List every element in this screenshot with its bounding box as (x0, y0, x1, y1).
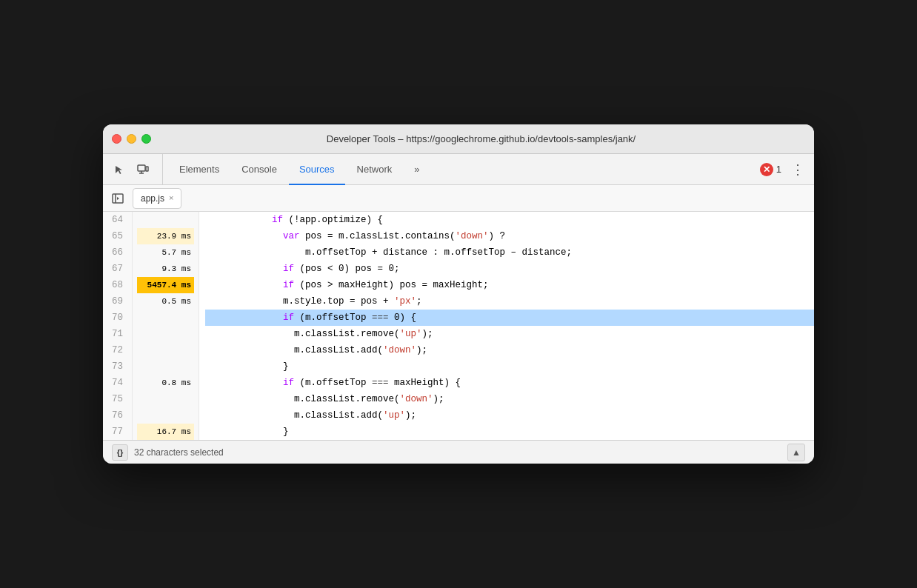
tab-network[interactable]: Network (347, 155, 403, 185)
code-area: 64 65 66 67 68 69 70 71 72 73 74 75 76 7… (103, 212, 814, 440)
maximize-button[interactable] (141, 134, 151, 144)
code-line-65: var pos = m.classList.contains('down') ? (205, 228, 814, 244)
tab-more[interactable]: » (404, 155, 430, 185)
error-icon: ✕ (760, 163, 773, 176)
cursor-icon[interactable] (109, 159, 130, 180)
code-lines[interactable]: if (!app.optimize) { var pos = m.classLi… (199, 212, 814, 440)
timing-column: 23.9 ms 5.7 ms 9.3 ms 5457.4 ms 0.5 ms 0… (133, 212, 199, 440)
code-line-67: if (pos < 0) pos = 0; (205, 261, 814, 277)
more-options-button[interactable]: ⋮ (787, 159, 808, 180)
titlebar: Developer Tools – https://googlechrome.g… (103, 124, 814, 154)
toolbar: Elements Console Sources Network » ✕ 1 ⋮ (103, 154, 814, 185)
format-button[interactable]: {} (112, 444, 128, 461)
error-badge[interactable]: ✕ 1 (760, 163, 781, 176)
file-tabs: app.js × (103, 185, 814, 212)
line-numbers: 64 65 66 67 68 69 70 71 72 73 74 75 76 7… (103, 212, 133, 440)
code-line-77: } (205, 424, 814, 440)
file-tab-appjs[interactable]: app.js × (133, 188, 181, 209)
code-line-66: m.offsetTop + distance : m.offsetTop – d… (205, 244, 814, 261)
code-line-68: if (pos > maxHeight) pos = maxHeight; (205, 277, 814, 293)
device-icon[interactable] (133, 159, 153, 180)
tab-sources[interactable]: Sources (289, 155, 345, 185)
code-line-74: if (m.offsetTop === maxHeight) { (205, 375, 814, 391)
traffic-lights (112, 134, 151, 144)
code-line-71: m.classList.remove('up'); (205, 326, 814, 342)
file-tab-close-button[interactable]: × (169, 194, 173, 202)
code-line-73: } (205, 358, 814, 375)
close-button[interactable] (112, 134, 121, 144)
svg-rect-1 (146, 167, 148, 171)
tab-console[interactable]: Console (231, 155, 287, 185)
code-line-69: m.style.top = pos + 'px'; (205, 293, 814, 310)
sidebar-toggle-button[interactable] (106, 187, 130, 210)
tab-elements[interactable]: Elements (169, 155, 230, 185)
devtools-window: Developer Tools – https://googlechrome.g… (103, 124, 814, 464)
scroll-to-top-button[interactable]: ▲ (787, 444, 805, 461)
toolbar-right: ✕ 1 ⋮ (760, 154, 808, 184)
code-line-64: if (!app.optimize) { (205, 212, 814, 228)
code-line-75: m.classList.remove('down'); (205, 391, 814, 407)
code-line-76: m.classList.add('up'); (205, 407, 814, 424)
status-bar: {} 32 characters selected ▲ (103, 440, 814, 464)
code-editor[interactable]: 64 65 66 67 68 69 70 71 72 73 74 75 76 7… (103, 212, 814, 440)
window-title: Developer Tools – https://googlechrome.g… (157, 133, 805, 144)
code-line-70: if (m.offsetTop === 0) { (205, 310, 814, 326)
svg-rect-0 (138, 165, 145, 171)
selection-status: 32 characters selected (134, 447, 224, 458)
minimize-button[interactable] (127, 134, 136, 144)
svg-marker-6 (117, 197, 119, 200)
code-line-72: m.classList.add('down'); (205, 342, 814, 358)
toolbar-icons (109, 154, 163, 184)
